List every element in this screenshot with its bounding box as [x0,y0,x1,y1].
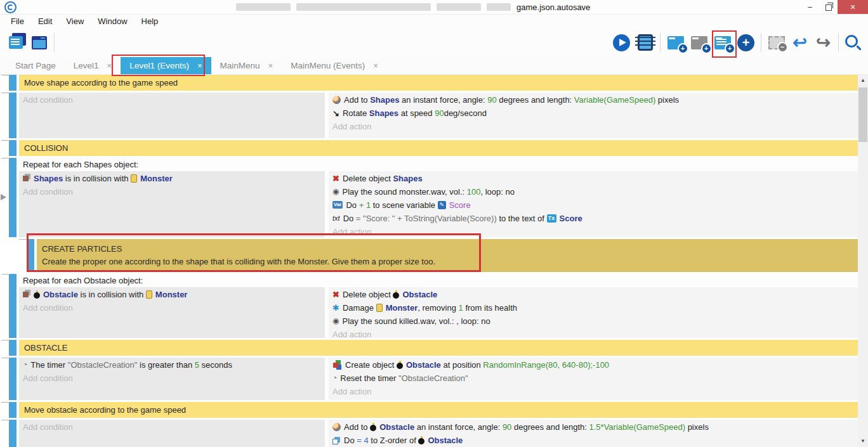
add-placeholder[interactable]: Add action [332,225,854,237]
event-row[interactable]: Add conditionAdd to Obstacle an instant … [19,420,858,447]
comment-text: Move shape according to the game speed [24,77,853,89]
foreach-header[interactable]: Repeat for each Obstacle object: [19,274,858,287]
event-selection-bar[interactable] [9,402,16,418]
event-line[interactable]: ◔Reset the timer "ObstacleCreation" [332,372,854,385]
conditions-column[interactable]: ◔The timer "ObstacleCreation" is greater… [19,358,325,400]
add-external-events-button[interactable] [687,30,711,55]
actions-column[interactable]: Create object Obstacle at position Rando… [329,358,858,400]
conditions-column[interactable]: Add condition [19,420,325,447]
add-placeholder[interactable]: Add condition [23,185,321,198]
event-gutter [0,274,9,338]
comment-row[interactable]: CREATE PARTICLESCreate the proper one ac… [37,239,858,272]
conditions-column[interactable]: Shapes is in collision with MonsterAdd c… [19,171,325,237]
event-selection-bar[interactable] [9,340,16,356]
play-button[interactable] [610,30,633,55]
tab-level1[interactable]: Level1× [65,57,121,74]
event-row[interactable]: ◔The timer "ObstacleCreation" is greater… [19,358,858,400]
event-line[interactable]: ◔The timer "ObstacleCreation" is greater… [23,358,321,372]
event-line[interactable]: Create object Obstacle at position Rando… [332,358,854,372]
event-selection-bar[interactable] [9,420,16,447]
tab-level1-events-[interactable]: Level1 (Events)× [121,57,211,74]
search-button[interactable] [842,30,865,55]
event-selection-bar[interactable] [9,158,16,237]
comment-row[interactable]: Move shape according to the game speed [19,75,858,91]
event-line[interactable]: ↘Rotate Shapes at speed 90deg/second [332,107,854,120]
event-line[interactable]: Add to Obstacle an instant force, angle:… [332,420,854,434]
tab-start-page[interactable]: Start Page [6,57,65,74]
add-placeholder[interactable]: Add condition [23,301,321,314]
debug-button[interactable] [633,30,657,55]
add-placeholder[interactable]: Add condition [23,372,321,385]
add-object-button[interactable] [734,30,758,55]
actions-column[interactable]: ✖Delete object Obstacle✱Damage Monster, … [329,287,858,338]
tab-close-icon[interactable]: × [268,61,273,70]
conditions-column[interactable]: Obstacle is in collision with MonsterAdd… [19,287,325,338]
event-line[interactable]: ✖Delete object Shapes [332,172,854,185]
event-selection-bar[interactable] [9,140,16,156]
tab-mainmenu[interactable]: MainMenu× [211,57,282,74]
comment-row[interactable]: COLLISION [19,140,858,156]
menu-item-edit[interactable]: Edit [31,15,59,28]
menu-item-view[interactable]: View [59,15,91,28]
close-button[interactable]: ✕ [838,0,868,14]
scene-editor-button[interactable] [27,30,51,55]
add-placeholder[interactable]: Add condition [23,420,321,434]
actions-column[interactable]: Add to Shapes an instant force, angle: 9… [329,93,858,138]
event-line[interactable]: ✖Delete object Obstacle [332,288,854,301]
restore-button[interactable] [819,0,838,14]
conditions-column[interactable]: Add condition [19,93,325,138]
add-placeholder[interactable]: Add action [332,120,854,133]
text-segment: Rotate [343,108,369,118]
add-scene-button[interactable] [664,30,687,55]
event-selection-bar[interactable] [9,93,16,138]
event-line[interactable]: Do = 4 to Z-order of Obstacle [332,434,854,447]
vertical-scrollbar[interactable]: ▲ ▼ [858,75,868,447]
scenevar-icon: ✎ [438,201,446,209]
tab-label: Level1 (Events) [129,61,189,70]
redo-button[interactable]: ↪ [812,30,835,55]
play-icon [613,34,630,51]
scroll-thumb[interactable] [858,87,867,142]
event-line[interactable]: Add to Shapes an instant force, angle: 9… [332,93,854,107]
tab-close-icon[interactable]: × [107,61,112,70]
comment-row[interactable]: OBSTACLE [19,340,858,356]
event-selection-bar[interactable] [9,75,16,91]
event-selection-bar[interactable] [9,358,16,400]
comment-row[interactable]: Move obstacle according to the game spee… [19,402,858,418]
add-placeholder[interactable]: Add condition [23,93,321,107]
tab-close-icon[interactable]: × [373,61,378,70]
collision-icon [23,292,29,297]
add-events-button[interactable] [711,30,734,55]
event-line[interactable]: ✱Damage Monster, removing 1 from its hea… [332,301,854,314]
event-line[interactable]: Obstacle is in collision with Monster [23,288,321,301]
text-segment: pixels [685,422,709,432]
event-row[interactable]: Repeat for each Obstacle object:Obstacle… [19,274,858,338]
event-selection-bar[interactable] [9,274,16,338]
event-line[interactable]: ◉Play the sound monster.wav, vol.: 100, … [332,185,854,198]
event-line[interactable]: ◉Play the sound killed.wav, vol.: , loop… [332,314,854,328]
foreach-header[interactable]: Repeat for each Shapes object: [19,158,858,171]
deselect-button[interactable] [765,30,788,55]
sound-icon: ◉ [332,317,339,325]
menu-item-help[interactable]: Help [135,15,166,28]
event-line[interactable]: VarDo + 1 to scene variable ✎Score [332,198,854,212]
add-placeholder[interactable]: Add action [332,328,854,338]
scroll-up-icon[interactable]: ▲ [858,75,868,86]
minimize-button[interactable]: – [801,0,819,14]
menu-item-window[interactable]: Window [91,15,134,28]
tab-mainmenu-events-[interactable]: MainMenu (Events)× [282,57,387,74]
event-line[interactable]: txtDo = "Score: " + ToString(Variable(Sc… [332,212,854,225]
event-selection-bar[interactable] [27,239,34,272]
project-manager-button[interactable] [4,30,27,55]
actions-column[interactable]: ✖Delete object Shapes◉Play the sound mon… [329,171,858,237]
add-placeholder[interactable]: Add action [332,385,854,398]
actions-column[interactable]: Add to Obstacle an instant force, angle:… [329,420,858,447]
event-row[interactable]: Add conditionAdd to Shapes an instant fo… [19,93,858,138]
event-row[interactable]: Repeat for each Shapes object:Shapes is … [19,158,858,237]
event-line[interactable]: Shapes is in collision with Monster [23,172,321,185]
scroll-down-icon[interactable]: ▼ [858,436,868,446]
undo-button[interactable]: ↩ [788,30,812,55]
text-segment: Play the sound monster.wav, vol.: [342,187,466,197]
menu-item-file[interactable]: File [4,15,31,28]
tab-close-icon[interactable]: × [197,61,202,70]
